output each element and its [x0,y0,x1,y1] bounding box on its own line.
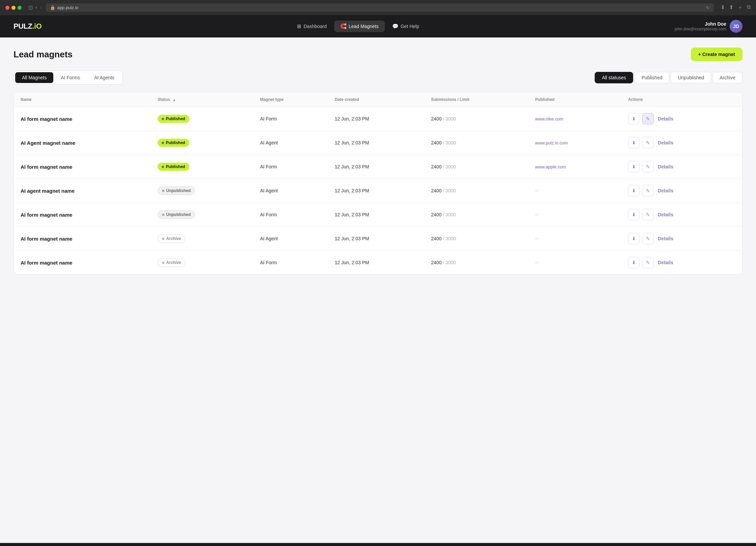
avatar[interactable]: JD [730,20,742,33]
download-action-btn[interactable]: ⬇ [628,233,640,244]
date-created-cell: 12 Jun, 2:03 PM [328,179,425,203]
actions-cell: ⬇ ✎ Details [628,209,735,220]
details-action-btn[interactable]: Details [656,188,675,193]
col-magnet-type: Magnet type [253,92,328,107]
nav-lead-magnets[interactable]: 🧲 Lead Magnets [334,21,385,32]
download-action-btn[interactable]: ⬇ [628,137,640,148]
edit-action-btn[interactable]: ✎ [642,233,654,244]
date-created-cell: 12 Jun, 2:03 PM [328,227,425,251]
share-icon[interactable]: ⬆ [729,4,733,11]
edit-action-btn[interactable]: ✎ [642,161,654,172]
edit-action-btn[interactable]: ✎ [642,257,654,268]
status-badge: Archive [158,258,185,267]
submissions-limit: / 3000 [443,212,456,217]
download-action-btn[interactable]: ⬇ [628,257,640,268]
edit-action-btn[interactable]: ✎ [642,185,654,196]
details-action-btn[interactable]: Details [656,260,675,265]
download-icon: ⬇ [632,164,636,169]
forward-btn[interactable]: › [40,4,42,11]
col-published: Published [529,92,621,107]
download-icon: ⬇ [632,188,636,193]
lead-magnets-table-container: Name Status ▲ Magnet type Date created S… [14,92,742,275]
windows-icon[interactable]: ⧉ [747,4,751,11]
reload-icon[interactable]: ↻ [706,5,710,10]
submissions-limit: / 3000 [443,236,456,241]
minimize-window-btn[interactable] [11,6,16,10]
lock-icon: 🔒 [50,5,55,10]
nav-get-help[interactable]: 💬 Get Help [386,21,425,32]
status-filter-archive[interactable]: Archive [712,72,742,83]
published-url-link[interactable]: www.nike.com [535,116,563,121]
status-filter-published[interactable]: Published [634,72,670,83]
download-action-btn[interactable]: ⬇ [628,161,640,172]
magnet-type-cell: AI Agent [253,179,328,203]
table-row: AI form magnet namePublishedAI Form12 Ju… [14,107,742,131]
published-url-empty: -- [535,236,538,241]
date-created-cell: 12 Jun, 2:03 PM [328,155,425,179]
user-email: john.doe@examplecorp.com [675,27,726,31]
submissions-value: 2400 / 3000 [431,260,456,265]
nav-lead-magnets-label: Lead Magnets [349,24,379,29]
date-created-cell: 12 Jun, 2:03 PM [328,203,425,227]
edit-action-btn[interactable]: ✎ [642,209,654,220]
row-name: AI form magnet name [21,212,72,218]
details-action-btn[interactable]: Details [656,212,675,217]
sort-icon: ▲ [172,98,176,102]
published-url-empty: -- [535,212,538,217]
edit-icon: ✎ [646,140,650,145]
back-btn[interactable]: ‹ [35,4,37,11]
download-icon: ⬇ [632,260,636,265]
actions-cell: ⬇ ✎ Details [628,233,735,244]
magnet-type-cell: AI Agent [253,131,328,155]
download-action-btn[interactable]: ⬇ [628,113,640,125]
actions-cell: ⬇ ✎ Details [628,185,735,196]
tab-ai-forms[interactable]: AI Forms [54,72,87,83]
magnet-type-cell: AI Form [253,155,328,179]
status-badge: Published [158,139,189,147]
edit-icon: ✎ [646,236,650,241]
col-status[interactable]: Status ▲ [151,92,253,107]
col-name: Name [14,92,151,107]
published-url-link[interactable]: www.apple.com [535,164,566,169]
row-name: AI agent magnet name [21,188,75,194]
tab-all-magnets[interactable]: All Magnets [15,72,53,83]
submissions-value: 2400 / 3000 [431,188,456,193]
magnet-type-cell: AI Form [253,107,328,131]
close-window-btn[interactable] [5,6,9,10]
nav-dashboard-label: Dashboard [303,24,327,29]
submissions-limit: / 3000 [443,260,456,265]
logo-accent: .iO [32,22,42,30]
details-action-btn[interactable]: Details [656,140,675,145]
details-action-btn[interactable]: Details [656,116,675,121]
table-row: AI form magnet namePublishedAI Form12 Ju… [14,155,742,179]
details-action-btn[interactable]: Details [656,236,675,241]
dashboard-icon: ⊞ [297,23,301,29]
address-bar[interactable]: 🔒 app.pulz.io ↻ [46,3,714,12]
magnet-type-cell: AI Form [253,203,328,227]
maximize-window-btn[interactable] [18,6,22,10]
table-row: AI form magnet nameArchiveAI Form12 Jun,… [14,251,742,275]
create-magnet-button[interactable]: + Create magnet [691,48,742,61]
download-action-btn[interactable]: ⬇ [628,185,640,196]
download-icon: ⬇ [632,236,636,241]
new-tab-icon[interactable]: ＋ [737,4,743,11]
status-filter-all[interactable]: All statuses [595,72,633,83]
status-filter-unpublished[interactable]: Unpublished [671,72,711,83]
status-dot [162,166,164,168]
edit-action-btn[interactable]: ✎ [642,137,654,148]
published-url-link[interactable]: www.pulz.io.com [535,140,568,145]
col-submissions: Submissions / Limit [424,92,529,107]
table-row: AI agent magnet nameUnpublishedAI Agent1… [14,179,742,203]
download-action-btn[interactable]: ⬇ [628,209,640,220]
app-logo[interactable]: PULZ.iO [14,22,42,31]
sidebar-toggle-icon[interactable]: ⊡ [28,4,33,11]
status-dot [162,190,164,192]
downloads-icon[interactable]: ⬇ [721,4,725,11]
tab-ai-agents[interactable]: AI Agents [87,72,121,83]
details-action-btn[interactable]: Details [656,164,675,169]
nav-dashboard[interactable]: ⊞ Dashboard [291,21,333,32]
status-dot [162,118,164,120]
status-badge: Published [158,163,189,171]
magnet-type-cell: AI Form [253,251,328,275]
edit-action-btn[interactable]: ✎ [642,113,654,125]
